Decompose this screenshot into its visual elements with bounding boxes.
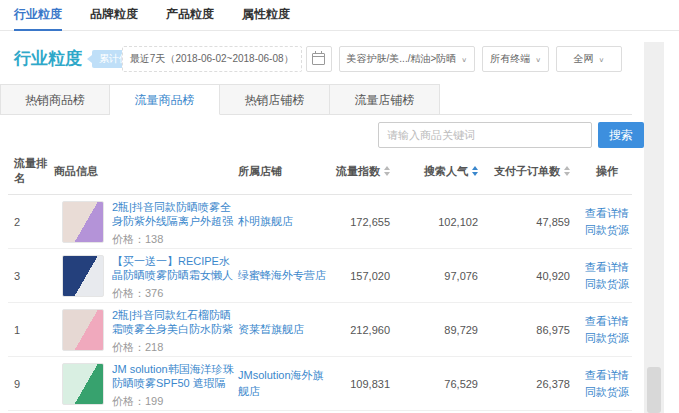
rank-tab[interactable]: 热销商品榜: [0, 84, 110, 115]
top-nav-item[interactable]: 属性粒度: [242, 0, 290, 31]
column-header-label: 支付子订单数: [494, 164, 560, 179]
sort-icon[interactable]: [564, 166, 570, 176]
paid-orders-cell: 86,975: [490, 303, 582, 356]
column-header-label: 操作: [596, 164, 618, 179]
column-header-label: 商品信息: [54, 164, 98, 179]
rank-cell: 3: [8, 249, 54, 302]
search-input[interactable]: [378, 122, 592, 148]
search-popularity-cell: 102,102: [402, 195, 490, 248]
product-thumbnail[interactable]: [62, 363, 104, 405]
product-price: 价格：218: [112, 340, 236, 355]
product-info: 2瓶|抖音同款红石榴防晒霜喷雾全身美白防水防紫外线户外超强男女 价格：218: [112, 308, 236, 355]
calendar-button[interactable]: [306, 46, 332, 72]
product-cell: 【买一送一】RECIPE水晶防晒喷雾防晒霜女懒人spf50防水户外超强 价格：3…: [54, 249, 238, 302]
rank-cell: 9: [8, 357, 54, 410]
sort-icon[interactable]: [384, 166, 390, 176]
product-price: 价格：199: [112, 394, 236, 409]
column-header-label: 搜索人气: [424, 164, 468, 179]
scope-select[interactable]: 全网 ∨: [556, 46, 622, 72]
top-nav-item[interactable]: 品牌粒度: [90, 0, 138, 31]
product-title-link[interactable]: 【买一送一】RECIPE水晶防晒喷雾防晒霜女懒人spf50防水户外超强: [112, 254, 236, 283]
search-popularity-cell: 97,076: [402, 249, 490, 302]
product-cell: 2瓶|抖音同款红石榴防晒霜喷雾全身美白防水防紫外线户外超强男女 价格：218: [54, 303, 238, 356]
category-select-label: 美容护肤/美.../精油>防晒: [347, 52, 457, 66]
same-source-link[interactable]: 同款货源: [585, 222, 629, 239]
action-cell: 查看详情 同款货源: [582, 249, 632, 302]
paid-orders-cell: 40,920: [490, 249, 582, 302]
product-cell: 2瓶|抖音同款防晒喷雾全身防紫外线隔离户外超强防水男女学生 价格：138: [54, 195, 238, 248]
search-row: 搜索: [0, 122, 632, 149]
product-info: JM solution韩国海洋珍珠防晒喷雾SPF50 遮瑕隔离 全身防水180m…: [112, 362, 236, 409]
column-header[interactable]: 流量指数: [330, 150, 402, 194]
category-select[interactable]: 美容护肤/美.../精油>防晒 ∨: [339, 46, 476, 72]
column-header[interactable]: 搜索人气: [402, 150, 490, 194]
search-popularity-cell: 89,729: [402, 303, 490, 356]
column-header[interactable]: 支付子订单数: [490, 150, 582, 194]
column-header: 商品信息: [54, 150, 238, 194]
date-range-select[interactable]: 最近7天（2018-06-02~2018-06-08）: [122, 46, 302, 72]
terminal-select[interactable]: 所有终端 ∨: [482, 46, 549, 72]
product-thumbnail[interactable]: [62, 255, 104, 297]
view-detail-link[interactable]: 查看详情: [585, 259, 629, 276]
industry-analytics-page: 行业粒度 品牌粒度 产品粒度 属性粒度 行业粒度 累计值 最近7天（2018-0…: [0, 0, 679, 413]
shop-link[interactable]: 资莱皙旗舰店: [238, 322, 304, 337]
product-thumbnail[interactable]: [62, 201, 104, 243]
date-range-label: 最近7天（2018-06-02~2018-06-08）: [130, 52, 294, 66]
top-nav-item[interactable]: 产品粒度: [166, 0, 214, 31]
traffic-index-cell: 157,020: [330, 249, 402, 302]
search-popularity-cell: 76,529: [402, 357, 490, 410]
same-source-link[interactable]: 同款货源: [585, 330, 629, 347]
shop-cell: 绿蜜蜂海外专营店: [238, 249, 330, 302]
rank-tab[interactable]: 流量店铺榜: [330, 84, 440, 115]
view-detail-link[interactable]: 查看详情: [585, 205, 629, 222]
rank-tab[interactable]: 热销店铺榜: [220, 84, 330, 115]
rank-tab-label: 流量店铺榜: [355, 93, 415, 107]
shop-cell: 朴明旗舰店: [238, 195, 330, 248]
top-nav-item-label: 产品粒度: [166, 7, 214, 21]
rank-tab-label: 流量商品榜: [135, 93, 195, 107]
scrollbar-track[interactable]: [644, 42, 664, 413]
traffic-index-cell: 109,831: [330, 357, 402, 410]
top-nav: 行业粒度 品牌粒度 产品粒度 属性粒度: [0, 0, 679, 31]
shop-link[interactable]: JMsolution海外旗舰店: [238, 368, 330, 399]
same-source-link[interactable]: 同款货源: [585, 276, 629, 293]
page-title: 行业粒度: [14, 47, 82, 70]
scope-select-label: 全网: [574, 52, 594, 66]
table-row: 3 【买一送一】RECIPE水晶防晒喷雾防晒霜女懒人spf50防水户外超强 价格…: [8, 249, 632, 303]
product-title-link[interactable]: 2瓶|抖音同款红石榴防晒霜喷雾全身美白防水防紫外线户外超强男女: [112, 308, 236, 337]
same-source-link[interactable]: 同款货源: [585, 384, 629, 401]
rank-cell: 1: [8, 303, 54, 356]
column-header-label: 流量排名: [14, 156, 54, 186]
product-cell: JM solution韩国海洋珍珠防晒喷雾SPF50 遮瑕隔离 全身防水180m…: [54, 357, 238, 410]
product-title-link[interactable]: 2瓶|抖音同款防晒喷雾全身防紫外线隔离户外超强防水男女学生: [112, 200, 236, 229]
column-header: 所属店铺: [238, 150, 330, 194]
column-header: 流量排名: [8, 150, 54, 194]
top-nav-item-label: 行业粒度: [14, 7, 62, 21]
action-cell: 查看详情 同款货源: [582, 357, 632, 410]
traffic-index-cell: 212,960: [330, 303, 402, 356]
action-cell: 查看详情 同款货源: [582, 303, 632, 356]
scrollbar-thumb[interactable]: [647, 367, 661, 413]
search-button[interactable]: 搜索: [598, 122, 644, 148]
table-body: 2 2瓶|抖音同款防晒喷雾全身防紫外线隔离户外超强防水男女学生 价格：138 朴…: [8, 195, 632, 413]
action-cell: 查看详情 同款货源: [582, 195, 632, 248]
column-header-label: 所属店铺: [238, 164, 282, 179]
rank-cell: 2: [8, 195, 54, 248]
shop-link[interactable]: 绿蜜蜂海外专营店: [238, 268, 326, 283]
shop-link[interactable]: 朴明旗舰店: [238, 214, 293, 229]
view-detail-link[interactable]: 查看详情: [585, 367, 629, 384]
table-row: 9 JM solution韩国海洋珍珠防晒喷雾SPF50 遮瑕隔离 全身防水18…: [8, 357, 632, 411]
product-price: 价格：138: [112, 232, 236, 247]
product-thumbnail[interactable]: [62, 309, 104, 351]
top-nav-item[interactable]: 行业粒度: [14, 0, 62, 31]
table-header: 流量排名 商品信息 所属店铺 流量指数 搜索人气 支付子订单数 操作: [8, 150, 632, 195]
shop-cell: 资莱皙旗舰店: [238, 303, 330, 356]
rank-tab-label: 热销商品榜: [25, 93, 85, 107]
product-title-link[interactable]: JM solution韩国海洋珍珠防晒喷雾SPF50 遮瑕隔离 全身防水180m…: [112, 362, 236, 391]
product-info: 2瓶|抖音同款防晒喷雾全身防紫外线隔离户外超强防水男女学生 价格：138: [112, 200, 236, 247]
view-detail-link[interactable]: 查看详情: [585, 313, 629, 330]
top-nav-item-label: 属性粒度: [242, 7, 290, 21]
sort-icon[interactable]: [472, 166, 478, 176]
rank-tab[interactable]: 流量商品榜: [110, 84, 220, 115]
terminal-select-label: 所有终端: [490, 52, 530, 66]
